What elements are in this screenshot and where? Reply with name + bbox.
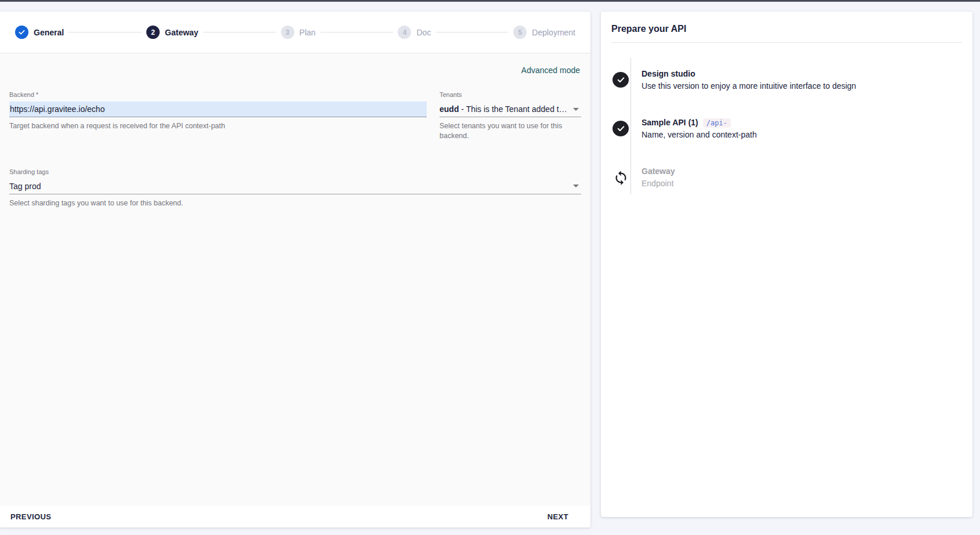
step-completed-check-icon — [15, 26, 28, 39]
sync-icon — [613, 169, 629, 186]
backend-field: Backend * https://api.gravitee.io/echo T… — [9, 91, 427, 141]
check-circle-icon — [613, 72, 629, 88]
wizard-stepper: General 2 Gateway 3 Plan 4 Doc 5 Deploym… — [0, 12, 590, 53]
next-button[interactable]: NEXT — [546, 510, 581, 523]
step-label: Deployment — [532, 28, 575, 37]
sharding-tags-select[interactable]: Tag prod — [9, 179, 581, 194]
check-circle-icon — [613, 121, 629, 136]
tenants-selected-value: eudd - This is the Tenant added to r... — [439, 104, 568, 114]
panel-title: Prepare your API — [611, 24, 962, 34]
timeline-item-description: Name, version and context-path — [642, 129, 756, 141]
stepper-connector — [320, 32, 394, 32]
tenants-select[interactable]: eudd - This is the Tenant added to r... — [439, 102, 581, 117]
stepper-step-doc[interactable]: 4 Doc — [398, 26, 431, 39]
backend-hint: Target backend when a request is receive… — [9, 121, 427, 131]
tenants-label: Tenants — [439, 91, 581, 98]
sharding-tags-field: Sharding tags Tag prod Select sharding t… — [9, 168, 581, 208]
step-number-badge: 3 — [281, 26, 294, 39]
gateway-step-form: Advanced mode Backend * https://api.grav… — [0, 53, 590, 506]
advanced-mode-link[interactable]: Advanced mode — [521, 66, 580, 75]
step-number-badge: 4 — [398, 26, 411, 39]
backend-label: Backend * — [9, 91, 427, 98]
chevron-down-icon — [573, 108, 579, 111]
step-number-badge: 2 — [146, 26, 160, 39]
stepper-connector — [69, 32, 142, 32]
step-label: Doc — [416, 28, 431, 37]
backend-input[interactable]: https://api.gravitee.io/echo — [9, 102, 427, 117]
sharding-tags-selected-value: Tag prod — [9, 182, 41, 191]
stepper-step-gateway[interactable]: 2 Gateway — [146, 26, 199, 39]
sharding-tags-label: Sharding tags — [9, 168, 581, 175]
step-number-badge: 5 — [513, 26, 527, 39]
tenants-hint: Select tenants you want to use for this … — [439, 121, 581, 141]
panel-divider — [611, 42, 962, 43]
timeline-item-description: Endpoint — [642, 178, 675, 190]
timeline-item-title: Sample API (1) — [642, 117, 698, 129]
chevron-down-icon — [573, 185, 579, 187]
tenants-field: Tenants eudd - This is the Tenant added … — [439, 91, 581, 141]
backend-input-value: https://api.gravitee.io/echo — [10, 104, 105, 114]
timeline-item-gateway: Gateway Endpoint — [611, 166, 962, 189]
step-label: Plan — [300, 28, 316, 37]
stepper-connector — [435, 32, 509, 32]
timeline-item-title: Gateway — [642, 166, 675, 178]
previous-button[interactable]: PREVIOUS — [9, 510, 52, 523]
window-top-bar — [0, 0, 980, 2]
prepare-api-timeline: Design studio Use this version to enjoy … — [611, 68, 962, 190]
timeline-item-description: Use this version to enjoy a more intuiti… — [642, 81, 856, 92]
timeline-item-sample-api: Sample API (1) /api- Name, version and c… — [611, 117, 962, 140]
timeline-item-design-studio: Design studio Use this version to enjoy … — [611, 68, 962, 92]
stepper-step-plan[interactable]: 3 Plan — [281, 26, 316, 39]
prepare-api-panel: Prepare your API Design studio Use this … — [601, 12, 972, 517]
wizard-actions-bar: PREVIOUS NEXT — [0, 506, 590, 527]
stepper-step-general[interactable]: General — [15, 26, 64, 39]
stepper-connector — [203, 32, 276, 32]
step-label: Gateway — [165, 28, 199, 37]
stepper-step-deployment[interactable]: 5 Deployment — [513, 26, 575, 39]
api-creation-card: General 2 Gateway 3 Plan 4 Doc 5 Deploym… — [0, 12, 590, 527]
sharding-tags-hint: Select sharding tags you want to use for… — [9, 198, 581, 208]
step-label: General — [34, 28, 64, 37]
timeline-item-title: Design studio — [642, 68, 856, 80]
context-path-chip: /api- — [703, 118, 731, 128]
